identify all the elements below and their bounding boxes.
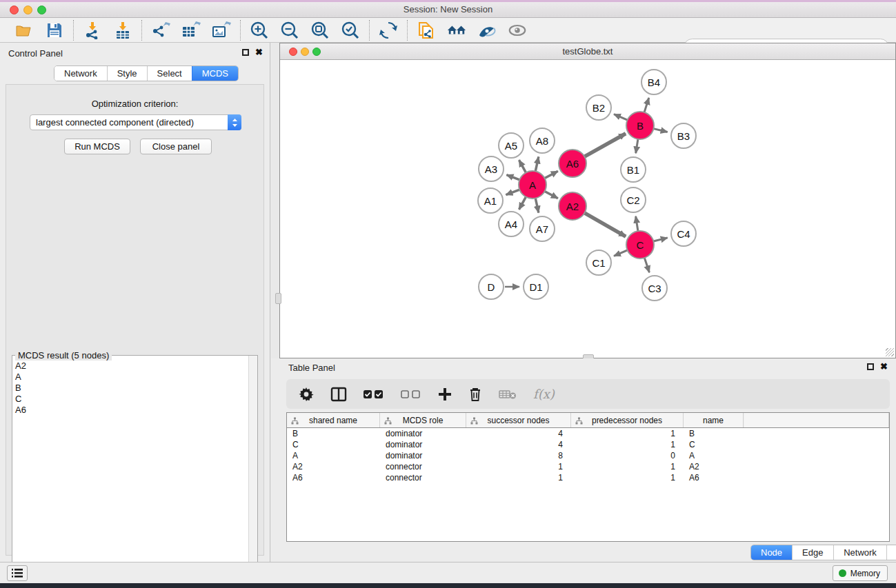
graph-edge-C-C3[interactable] [644,258,649,272]
import-table-icon[interactable] [113,21,132,40]
home-view-icon[interactable] [447,21,466,40]
column-header-successor-nodes[interactable]: successor nodes [466,413,571,427]
show-all-icon[interactable] [508,21,527,40]
table-row[interactable]: Bdominator41B [287,428,889,439]
delete-table-icon[interactable] [499,389,517,400]
column-header-MCDS-role[interactable]: MCDS role [380,413,466,427]
graph-node-A1[interactable]: A1 [477,187,504,214]
graph-node-B1[interactable]: B1 [620,156,646,183]
float-panel-icon[interactable] [242,49,249,56]
graph-node-A6[interactable]: A6 [558,149,587,178]
column-view-icon[interactable] [330,387,347,402]
column-header-predecessor-nodes[interactable]: predecessor nodes [571,413,684,427]
graph-edge-A-A8[interactable] [535,156,539,171]
delete-column-icon[interactable] [468,387,482,402]
graph-edge-A-A5[interactable] [519,160,526,172]
float-table-panel-icon[interactable] [867,363,874,370]
select-all-rows-icon[interactable] [364,389,384,399]
vertical-splitter-handle[interactable] [275,293,281,304]
import-network-icon[interactable] [83,21,102,40]
graph-node-A5[interactable]: A5 [498,132,524,159]
close-panel-icon[interactable]: ✖ [255,48,263,57]
tab-style[interactable]: Style [107,66,147,81]
export-image-icon[interactable] [212,21,231,40]
tab-network[interactable]: Network [54,66,107,81]
task-history-button[interactable] [7,565,28,581]
graph-node-A7[interactable]: A7 [529,216,555,242]
graph-edge-B-B3[interactable] [653,129,667,132]
network-minimize-button[interactable] [301,48,309,56]
graph-node-B3[interactable]: B3 [670,123,697,149]
graph-node-D1[interactable]: D1 [523,274,549,300]
graph-node-B[interactable]: B [626,111,655,140]
clone-network-icon[interactable] [417,21,436,40]
deselect-all-rows-icon[interactable] [401,389,421,399]
graph-edge-A-A2[interactable] [545,191,558,198]
graph-node-A2[interactable]: A2 [558,192,587,221]
graph-node-B2[interactable]: B2 [586,94,612,121]
close-panel-button[interactable]: Close panel [140,139,212,154]
export-table-icon[interactable] [181,21,201,40]
tab-network-table[interactable]: Network Table [833,545,886,560]
graph-edge-A-A3[interactable] [506,175,519,180]
graph-node-B4[interactable]: B4 [641,69,667,95]
apply-layout-icon[interactable] [379,21,398,40]
minimize-window-button[interactable] [23,6,32,14]
tab-node-table[interactable]: Node Table [751,545,792,560]
graph-node-A[interactable]: A [518,170,547,199]
graph-node-A4[interactable]: A4 [498,211,524,237]
column-header-shared-name[interactable]: shared name [287,413,380,427]
table-row[interactable]: Cdominator41C [287,439,889,450]
graph-edge-A6-B[interactable] [584,134,626,156]
graph-node-C[interactable]: C [626,230,655,259]
graph-edge-A2-C[interactable] [584,213,626,236]
graph-node-A8[interactable]: A8 [529,128,555,154]
result-item[interactable]: A6 [15,405,248,416]
network-canvas[interactable]: B4B2BB3B1A5A8A6A3AA1A2C2A4A7C4CC1C3DD1 [280,60,895,358]
result-item[interactable]: C [15,394,248,405]
graph-node-C4[interactable]: C4 [670,221,697,247]
save-session-icon[interactable] [45,21,64,40]
run-mcds-button[interactable]: Run MCDS [64,139,130,154]
network-zoom-button[interactable] [312,48,321,56]
graph-node-A3[interactable]: A3 [478,156,504,182]
tab-edge-table[interactable]: Edge Table [792,545,833,560]
zoom-in-icon[interactable] [250,21,269,40]
graph-edge-A-A4[interactable] [519,197,526,210]
export-network-icon[interactable] [151,21,170,40]
memory-button[interactable]: Memory [833,565,888,581]
column-header-name[interactable]: name [684,413,744,427]
graph-edge-A-A1[interactable] [506,190,519,194]
function-builder-icon[interactable]: f(x) [533,387,555,401]
tab-select[interactable]: Select [147,66,192,81]
network-window-titlebar[interactable]: testGlobe.txt [280,43,895,60]
result-scrollbar[interactable] [248,356,257,586]
zoom-out-icon[interactable] [280,21,299,40]
result-item[interactable]: A [15,372,248,383]
graph-edge-C-C4[interactable] [653,238,667,241]
close-window-button[interactable] [10,6,19,14]
window-resize-grip[interactable] [886,348,894,356]
graph-edge-A-A7[interactable] [535,199,539,213]
zoom-window-button[interactable] [37,6,46,14]
graph-node-D[interactable]: D [478,274,504,300]
open-session-icon[interactable] [14,21,34,40]
graph-edge-A-A6[interactable] [545,171,558,178]
graph-edge-C-C2[interactable] [636,216,638,232]
network-close-button[interactable] [289,48,297,56]
table-row[interactable]: Adominator80A [287,450,889,461]
result-item[interactable]: A2 [15,361,248,372]
add-column-icon[interactable] [438,387,452,401]
graph-node-C2[interactable]: C2 [620,187,646,213]
table-settings-icon[interactable] [299,387,314,402]
graph-edge-B-B4[interactable] [644,98,649,112]
graph-node-C1[interactable]: C1 [586,250,612,276]
tab-mcds[interactable]: MCDS [192,66,238,81]
graph-edge-B-B2[interactable] [614,114,628,121]
zoom-fit-icon[interactable] [310,21,330,40]
criterion-dropdown[interactable]: largest connected component (directed) [30,114,241,130]
mcds-result-list[interactable]: A2ABCA6 [12,358,248,585]
tab-motifs[interactable]: Motifs [886,545,896,560]
table-row[interactable]: A6connector11A6 [287,472,889,483]
zoom-selected-icon[interactable] [341,21,360,40]
